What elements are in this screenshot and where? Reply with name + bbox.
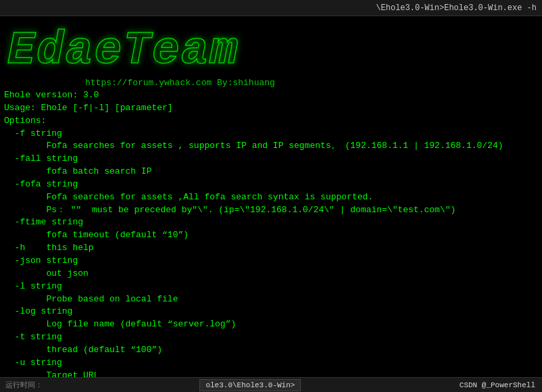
svg-text:EdaeTeam: EdaeTeam — [7, 24, 239, 70]
terminal-line: Ps： "" must be preceded by"\". (ip=\"192… — [4, 204, 538, 217]
taskbar: 运行时间： ole3.0\Ehole3.0-Win> CSDN @_PowerS… — [0, 377, 542, 392]
terminal-line: -u string — [4, 357, 538, 370]
terminal-line: -h this help — [4, 242, 538, 255]
terminal-line: Target URL — [4, 370, 538, 377]
logo-subtitle: https://forum.ywhack.com By:shihuang — [85, 78, 538, 88]
terminal-line: -t string — [4, 331, 538, 344]
title-bar: \Ehole3.0-Win>Ehole3.0-Win.exe -h — [0, 0, 542, 16]
terminal-line: thread (default “100”) — [4, 344, 538, 357]
terminal-line: fofa timeout (default “10”) — [4, 229, 538, 242]
terminal-body: EdaeTeam https://forum.ywhack.com By:shi… — [0, 16, 542, 377]
terminal-line: Usage: Ehole [-f|-l] [parameter] — [4, 102, 538, 115]
terminal-line: Options: — [4, 115, 538, 128]
terminal-lines: Ehole version: 3.0Usage: Ehole [-f|-l] [… — [4, 89, 538, 377]
title-text: \Ehole3.0-Win>Ehole3.0-Win.exe -h — [376, 3, 537, 13]
terminal-line: Fofa searches for assets , supports IP a… — [4, 140, 538, 153]
taskbar-right: CSDN @_PowerShell — [453, 381, 542, 389]
logo-text: EdaeTeam — [4, 19, 538, 76]
taskbar-mid: ole3.0\Ehole3.0-Win> — [48, 379, 453, 391]
terminal-line: -log string — [4, 305, 538, 318]
terminal-line: -fall string — [4, 153, 538, 166]
taskbar-prompt: ole3.0\Ehole3.0-Win> — [199, 379, 301, 391]
terminal-line: Probe based on local file — [4, 293, 538, 306]
terminal-line: -l string — [4, 280, 538, 293]
terminal-line: -fofa string — [4, 178, 538, 191]
terminal-line: -f string — [4, 128, 538, 141]
logo-area: EdaeTeam https://forum.ywhack.com By:shi… — [4, 19, 538, 88]
terminal-line: -ftime string — [4, 216, 538, 229]
terminal-line: -json string — [4, 255, 538, 268]
terminal-line: Fofa searches for assets ,All fofa searc… — [4, 191, 538, 204]
terminal-line: Ehole version: 3.0 — [4, 89, 538, 102]
taskbar-left: 运行时间： — [0, 380, 48, 390]
terminal-line: out json — [4, 268, 538, 280]
terminal-line: Log file name (default “server.log”) — [4, 318, 538, 331]
terminal-line: fofa batch search IP — [4, 166, 538, 178]
